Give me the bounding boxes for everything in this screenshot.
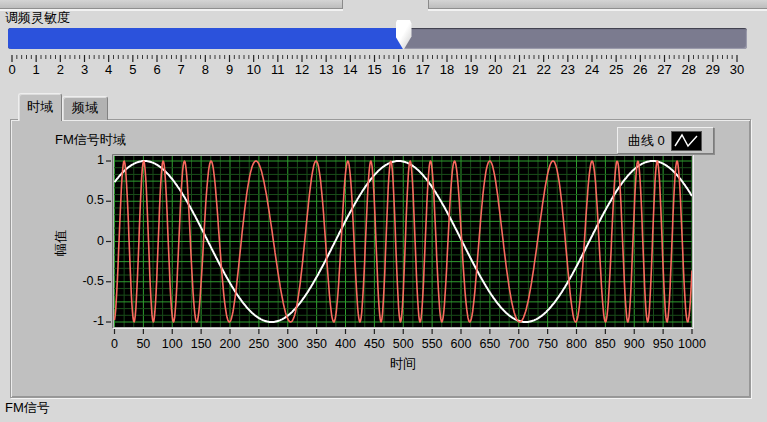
x-tick-label: 100 xyxy=(162,337,183,351)
x-tick-label: 200 xyxy=(220,337,241,351)
legend-line-sample-icon xyxy=(671,131,702,151)
x-tick-label: 1000 xyxy=(678,337,706,351)
x-tick-label: 350 xyxy=(306,337,327,351)
slider-tick-label: 9 xyxy=(226,62,233,77)
x-tick-label: 400 xyxy=(335,337,356,351)
slider-tick-label: 4 xyxy=(105,62,112,77)
slider-tick-label: 25 xyxy=(609,62,623,77)
chart-title: FM信号时域 xyxy=(55,131,126,149)
slider-tick-label: 5 xyxy=(129,62,136,77)
x-tick-label: 500 xyxy=(393,337,414,351)
x-tick-label: 550 xyxy=(422,337,443,351)
tab-time-domain[interactable]: 时域 xyxy=(18,93,62,121)
slider-tick-label: 28 xyxy=(681,62,695,77)
slider-tick-label: 7 xyxy=(178,62,185,77)
x-tick-label: 900 xyxy=(624,337,645,351)
cropped-control-edge-right xyxy=(428,0,767,9)
x-tick-label: 750 xyxy=(537,337,558,351)
footer-label: FM信号 xyxy=(5,399,50,417)
y-tick-label: 0 xyxy=(70,234,104,248)
slider-tick-label: 6 xyxy=(153,62,160,77)
slider-tick-label: 23 xyxy=(561,62,575,77)
y-tick-label: -0.5 xyxy=(70,274,104,288)
slider-tick-label: 18 xyxy=(440,62,454,77)
slider-tick-label: 24 xyxy=(585,62,599,77)
x-tick-label: 800 xyxy=(566,337,587,351)
slider-tick-label: 20 xyxy=(488,62,502,77)
slider-tick-label: 27 xyxy=(657,62,671,77)
cropped-control-edge-left xyxy=(0,0,343,9)
slider-tick-label: 22 xyxy=(536,62,550,77)
slider-fill xyxy=(8,28,404,49)
slider-tick-label: 13 xyxy=(319,62,333,77)
x-tick-label: 300 xyxy=(277,337,298,351)
chart-legend[interactable]: 曲线 0 xyxy=(617,127,714,154)
slider-tick-label: 0 xyxy=(8,62,15,77)
x-tick-label: 250 xyxy=(248,337,269,351)
slider-tick-label: 19 xyxy=(464,62,478,77)
slider-tick-label: 8 xyxy=(202,62,209,77)
x-axis-title: 时间 xyxy=(390,355,416,373)
slider-tick-label: 12 xyxy=(295,62,309,77)
slider-tick-label: 17 xyxy=(416,62,430,77)
waveform-icon xyxy=(672,132,701,150)
tab-frequency-domain[interactable]: 频域 xyxy=(62,96,108,120)
x-tick-label: 0 xyxy=(111,337,118,351)
x-tick-label: 950 xyxy=(653,337,674,351)
slider-tick-label: 21 xyxy=(512,62,526,77)
labview-front-panel: { "slider": { "label": "调频灵敏度", "min": 0… xyxy=(0,0,767,422)
y-tick-label: 1 xyxy=(70,153,104,167)
slider-tick-label: 29 xyxy=(706,62,720,77)
slider-tick-label: 3 xyxy=(81,62,88,77)
x-tick-label: 600 xyxy=(451,337,472,351)
slider-tick-label: 15 xyxy=(367,62,381,77)
slider-tick-label: 30 xyxy=(730,62,744,77)
tab-page-time-domain xyxy=(10,119,751,398)
x-tick-label: 700 xyxy=(508,337,529,351)
legend-plot-name: 曲线 0 xyxy=(628,132,665,150)
slider-tick-label: 1 xyxy=(33,62,40,77)
y-tick-label: 0.5 xyxy=(70,193,104,207)
slider-tick-label: 10 xyxy=(246,62,260,77)
x-tick-label: 650 xyxy=(479,337,500,351)
x-tick-label: 850 xyxy=(595,337,616,351)
slider-tick-label: 26 xyxy=(633,62,647,77)
slider-tick-label: 16 xyxy=(391,62,405,77)
fm-sensitivity-slider-track[interactable] xyxy=(8,28,747,49)
y-tick-label: -1 xyxy=(70,314,104,328)
slider-label: 调频灵敏度 xyxy=(5,9,70,27)
slider-tick-label: 2 xyxy=(57,62,64,77)
slider-tick-label: 14 xyxy=(343,62,357,77)
x-tick-label: 450 xyxy=(364,337,385,351)
slider-tick-label: 11 xyxy=(271,62,285,77)
x-tick-label: 50 xyxy=(136,337,150,351)
x-tick-label: 150 xyxy=(191,337,212,351)
